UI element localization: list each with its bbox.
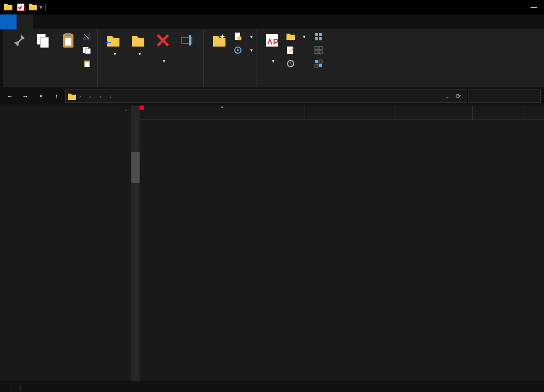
ribbon-group-organize: ▾ ▾ ▾ — [98, 29, 204, 87]
tab-home[interactable] — [17, 14, 33, 29]
chevron-right-icon[interactable]: › — [86, 93, 95, 99]
svg-rect-19 — [287, 47, 293, 54]
chevron-right-icon[interactable]: › — [107, 93, 115, 99]
address-dropdown-icon[interactable]: ⌄ — [442, 94, 452, 99]
invert-selection-button[interactable] — [314, 58, 326, 69]
tree-scrollbar[interactable] — [131, 105, 140, 381]
qat-dropdown-icon[interactable]: ▾ — [39, 4, 42, 11]
tab-view[interactable] — [50, 14, 66, 29]
svg-rect-31 — [315, 64, 318, 67]
copy-button[interactable] — [31, 31, 56, 51]
column-size[interactable] — [473, 105, 524, 119]
copy-to-button[interactable]: ▾ — [126, 31, 150, 58]
rename-button[interactable] — [175, 31, 200, 51]
file-list: ▲ — [140, 105, 544, 381]
title-bar: ▾ │ — — [0, 0, 544, 14]
new-folder-icon — [211, 32, 228, 49]
paste-shortcut-button[interactable] — [83, 58, 94, 69]
title-separator: │ — [43, 4, 48, 11]
cut-button[interactable] — [83, 31, 94, 42]
copy-path-button[interactable] — [83, 44, 94, 56]
app-folder-icon — [4, 3, 12, 11]
copy-path-icon — [83, 46, 91, 54]
select-all-button[interactable] — [314, 31, 326, 42]
column-headers: ▲ — [140, 105, 544, 120]
svg-rect-30 — [319, 60, 322, 63]
svg-point-15 — [237, 36, 241, 40]
ribbon-group-select — [309, 29, 329, 87]
rename-icon — [179, 32, 196, 49]
new-item-icon — [234, 33, 242, 41]
minimize-button[interactable]: — — [525, 0, 542, 14]
svg-rect-4 — [65, 33, 71, 36]
ribbon-group-label — [207, 84, 253, 86]
paste-button[interactable] — [56, 31, 81, 51]
refresh-button[interactable]: ⟳ — [452, 93, 464, 100]
select-none-button[interactable] — [314, 44, 326, 56]
svg-rect-13 — [189, 35, 191, 46]
search-input[interactable] — [469, 89, 541, 103]
nav-tree[interactable]: ⌃ — [0, 105, 140, 381]
svg-rect-21 — [315, 33, 318, 36]
column-type[interactable] — [396, 105, 473, 119]
svg-rect-28 — [319, 51, 322, 54]
column-date[interactable] — [305, 105, 396, 119]
move-to-button[interactable]: ▾ — [101, 31, 126, 58]
ribbon-group-label — [101, 84, 200, 86]
edit-icon — [286, 46, 295, 54]
svg-rect-32 — [319, 64, 322, 67]
svg-rect-24 — [319, 37, 322, 40]
ribbon-group-label — [6, 84, 94, 86]
svg-rect-23 — [315, 37, 318, 40]
qat-properties-icon[interactable] — [17, 3, 25, 11]
delete-button[interactable]: ▾ — [150, 31, 175, 66]
breadcrumb[interactable]: › › › › ⌄ ⟳ — [65, 89, 466, 103]
history-icon — [286, 59, 295, 68]
menu-tabs — [0, 14, 544, 29]
history-button[interactable] — [286, 58, 306, 69]
svg-rect-11 — [85, 62, 89, 67]
easy-access-button[interactable]: ▾ — [234, 44, 253, 56]
nav-recent-dropdown[interactable]: ▾ — [34, 89, 48, 103]
edit-button[interactable] — [286, 44, 306, 56]
scissors-icon — [83, 33, 91, 41]
scroll-up-icon[interactable]: ⌃ — [124, 109, 128, 114]
svg-rect-2 — [40, 37, 49, 48]
select-all-icon — [314, 33, 323, 41]
new-item-button[interactable]: ▾ — [234, 31, 253, 42]
ribbon-group-clipboard — [3, 29, 98, 87]
tree-scrollbar-thumb[interactable] — [131, 152, 140, 183]
properties-icon — [264, 32, 280, 49]
ribbon-group-label — [312, 84, 326, 86]
column-name[interactable]: ▲ — [140, 105, 305, 119]
ribbon-group-label — [260, 84, 306, 86]
pin-icon — [10, 32, 27, 49]
svg-point-17 — [237, 49, 239, 51]
ribbon-group-open: ▾ ▾ — [256, 29, 309, 87]
open-button[interactable]: ▾ — [286, 31, 306, 42]
tab-share[interactable] — [33, 14, 50, 29]
nav-back-button[interactable]: ← — [3, 89, 17, 103]
qat-newfolder-icon[interactable] — [29, 3, 37, 11]
select-none-icon — [314, 46, 323, 54]
delete-icon — [155, 32, 171, 49]
svg-rect-9 — [85, 49, 90, 54]
chevron-right-icon[interactable]: › — [96, 93, 104, 99]
new-folder-button[interactable] — [207, 31, 232, 51]
status-bar: | | — [0, 381, 544, 392]
paste-icon — [60, 32, 77, 49]
svg-rect-26 — [319, 47, 322, 50]
svg-rect-27 — [315, 51, 318, 54]
tab-file[interactable] — [0, 14, 17, 29]
paste-shortcut-icon — [83, 59, 91, 68]
properties-button[interactable]: ▾ — [260, 31, 284, 66]
pin-to-quick-access-button[interactable] — [6, 31, 31, 51]
svg-rect-18 — [266, 34, 278, 47]
svg-rect-22 — [319, 33, 322, 36]
nav-forward-button[interactable]: → — [19, 89, 32, 103]
chevron-right-icon[interactable]: › — [76, 93, 84, 99]
ribbon: ▾ ▾ ▾ — [3, 29, 544, 87]
svg-rect-25 — [315, 47, 318, 50]
nav-up-button[interactable]: ↑ — [50, 89, 63, 103]
svg-rect-29 — [315, 60, 318, 63]
